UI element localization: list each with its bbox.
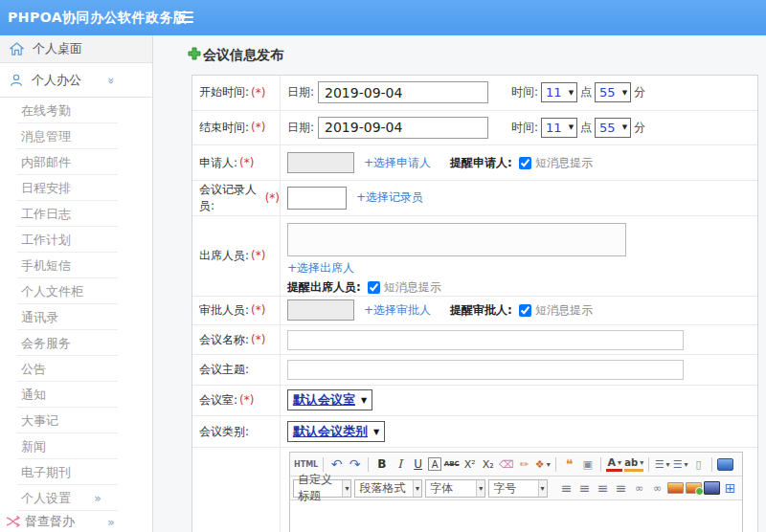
dropdown-arrow-icon: ▼ [622,123,627,131]
remind-attendees-checkbox[interactable] [368,281,380,294]
underline-icon[interactable]: U [410,454,426,474]
sidebar-item-online-attendance[interactable]: 在线考勤 [0,98,152,123]
font-frame-icon[interactable]: A [428,457,441,471]
blockquote-icon[interactable]: ❝ [561,454,577,474]
heading-select[interactable]: 自定义标题 ▾ [293,479,351,498]
remind-applicant-checkbox[interactable] [519,157,531,169]
applicant-input[interactable] [287,152,354,173]
sidebar-item-personal-desktop[interactable]: 个人桌面 [0,35,152,63]
meeting-name-input[interactable] [287,330,684,350]
sidebar-item-personal-settings[interactable]: 个人设置 » [0,485,152,511]
media-icon[interactable] [704,481,720,495]
end-date-input[interactable] [318,117,488,139]
sidebar-item-work-plan[interactable]: 工作计划 [0,227,152,253]
dropdown-arrow-icon: ▼ [622,89,627,97]
field-label: 出席人员: (*) [192,216,281,296]
bold-icon[interactable]: B [373,454,390,474]
start-hour-select[interactable]: 11 ▼ [541,82,577,102]
insert-image-icon[interactable] [686,482,702,494]
font-size-select[interactable]: 字号 ▾ [488,479,547,498]
dropdown-arrow-icon: ▾ [476,480,484,497]
table-icon[interactable]: ⊞ [722,478,738,498]
meeting-category-select[interactable]: 默认会议类别 ▼ [287,421,385,442]
sidebar-item-internal-mail[interactable]: 内部邮件 [0,149,152,175]
strikethrough-icon[interactable]: ABC [443,454,460,474]
meeting-subject-input[interactable] [287,360,684,380]
sidebar-item-contacts[interactable]: 通讯录 [0,304,152,330]
form-row-meeting-room: 会议室: (*) 默认会议室 ▼ [192,386,757,417]
shuffle-icon [6,516,20,527]
form-row-meeting-category: 会议类别: 默认会议类别 ▼ [192,416,757,448]
fullscreen-icon[interactable] [717,458,733,471]
superscript-icon[interactable]: X² [462,454,478,474]
approver-input[interactable] [287,299,354,321]
unlink-icon[interactable]: ∞ [649,478,665,498]
sidebar: 个人桌面 个人办公 » 在线考勤 消息管理 内部邮件 日程安排 工作日志 工作计… [0,35,153,532]
align-justify-icon[interactable]: ≡ [613,478,629,498]
paste-icon[interactable]: ▣ [579,454,596,474]
sms-hint-label: 短消息提示 [535,302,593,319]
unordered-list-icon[interactable]: ☰ [672,454,688,474]
date-label: 日期: [287,120,314,136]
palette-icon[interactable]: ❖ [534,454,551,474]
align-center-icon[interactable]: ≡ [576,478,593,498]
main-content: 会议信息发布 开始时间: (*) 日期: 时间: 11 ▼ 点 55 ▼ [153,35,766,532]
italic-icon[interactable]: I [392,454,408,474]
sidebar-item-supervision[interactable]: 督查督办 » [0,511,152,532]
sidebar-item-work-log[interactable]: 工作日志 [0,201,152,227]
pick-recorder-link[interactable]: +选择记录员 [356,189,423,206]
start-minute-select[interactable]: 55 ▼ [595,82,631,102]
toolbar-separator [711,457,712,472]
pick-approver-link[interactable]: +选择审批人 [364,302,431,319]
pick-attendees-link[interactable]: +选择出席人 [287,261,354,275]
remind-approver-checkbox[interactable] [519,304,531,317]
form-row-start-time: 开始时间: (*) 日期: 时间: 11 ▼ 点 55 ▼ 分 [192,76,757,111]
end-hour-select[interactable]: 11 ▼ [541,118,577,138]
undo-icon[interactable]: ↶ [328,454,345,474]
dropdown-arrow-icon: ▾ [538,480,547,497]
hamburger-menu-icon[interactable] [178,11,193,26]
sidebar-item-personal-office[interactable]: 个人办公 » [0,63,152,98]
sidebar-item-news[interactable]: 新闻 [0,433,152,459]
chevron-down-icon: » [105,78,120,85]
sidebar-item-announcement[interactable]: 公告 [0,356,152,382]
attendees-textarea[interactable] [287,223,626,256]
dropdown-arrow-icon: ▼ [569,89,574,97]
sidebar-item-major-events[interactable]: 大事记 [0,408,152,433]
paragraph-select[interactable]: 段落格式 ▾ [354,479,422,498]
sidebar-item-e-journal[interactable]: 电子期刊 [0,459,152,485]
sidebar-item-meeting-service[interactable]: 会务服务 [0,330,152,356]
html-source-icon[interactable]: HTML [294,454,318,474]
sidebar-item-sms[interactable]: 手机短信 [0,253,152,278]
ordered-list-icon[interactable]: ☰ [654,454,670,474]
field-label: 会议室: (*) [192,386,281,416]
person-icon [10,73,23,87]
align-left-icon[interactable]: ≡ [558,478,574,498]
sidebar-item-message-management[interactable]: 消息管理 [0,123,152,149]
sidebar-item-notice[interactable]: 通知 [0,382,152,408]
eraser-icon[interactable]: ⌫ [498,454,514,474]
sidebar-item-personal-file-cabinet[interactable]: 个人文件柜 [0,278,152,304]
font-color-icon[interactable]: A [606,457,622,472]
highlight-color-icon[interactable]: ab [624,457,643,472]
subscript-icon[interactable]: X₂ [480,454,496,474]
remind-approver-label: 提醒审批人: [450,302,512,319]
meeting-form: 开始时间: (*) 日期: 时间: 11 ▼ 点 55 ▼ 分 [192,75,758,532]
format-brush-icon[interactable]: ✏ [516,454,532,474]
align-right-icon[interactable]: ≡ [595,478,611,498]
end-minute-select[interactable]: 55 ▼ [595,118,631,138]
toolbar-separator [368,457,369,472]
pick-applicant-link[interactable]: +选择申请人 [364,155,431,171]
link-icon[interactable]: ∞ [631,478,647,498]
font-family-select[interactable]: 字体 ▾ [425,479,485,498]
page-title-text: 会议信息发布 [203,47,283,64]
start-date-input[interactable] [318,81,488,103]
recorder-input[interactable] [287,187,347,210]
sidebar-item-schedule[interactable]: 日程安排 [0,175,152,201]
new-page-icon[interactable]: ▯ [690,454,707,474]
minute-unit: 分 [634,84,645,100]
editor-content-area[interactable] [290,500,742,532]
redo-icon[interactable]: ↷ [347,454,363,474]
image-icon[interactable] [667,482,684,494]
meeting-room-select[interactable]: 默认会议室 ▼ [287,389,372,410]
